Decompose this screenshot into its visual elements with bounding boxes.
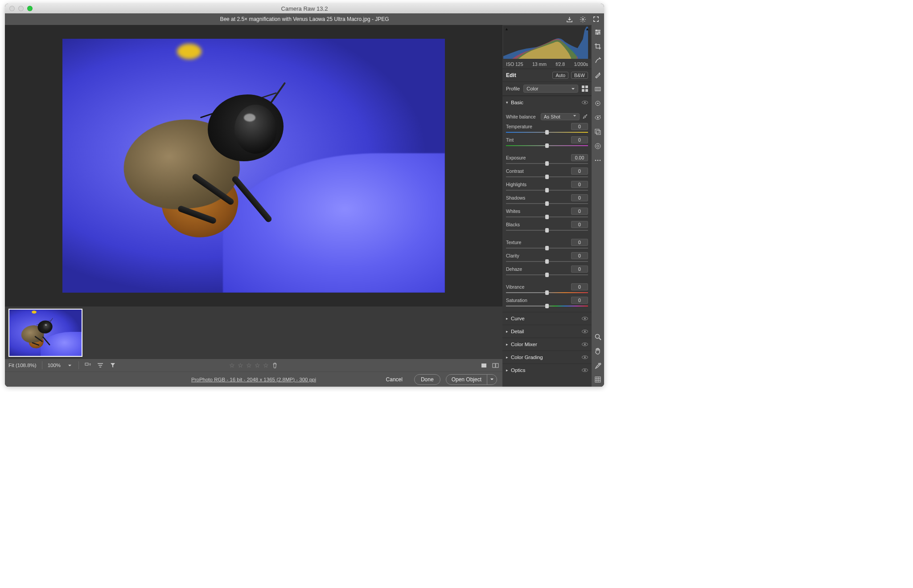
texture-slider[interactable] [506, 247, 588, 249]
dehaze-value[interactable]: 0 [571, 265, 588, 273]
star-icon[interactable]: ☆ [229, 362, 235, 369]
funnel-icon[interactable] [109, 362, 116, 369]
star-icon[interactable]: ☆ [263, 362, 269, 369]
tint-slider[interactable] [506, 144, 588, 147]
vibrance-value[interactable]: 0 [571, 283, 588, 290]
window-title: Camera Raw 13.2 [5, 5, 604, 12]
trash-icon[interactable] [271, 362, 279, 369]
shadows-slider[interactable] [506, 202, 588, 205]
minimize-window-button[interactable] [18, 6, 24, 11]
gear-icon[interactable] [579, 16, 586, 23]
whites-value[interactable]: 0 [571, 208, 588, 215]
exposure-slider[interactable] [506, 162, 588, 165]
healing-brush-icon[interactable] [593, 56, 602, 65]
filmstrip-thumbnail[interactable] [8, 309, 82, 357]
eye-icon[interactable] [582, 368, 588, 372]
chevron-down-icon[interactable] [66, 362, 73, 369]
tint-label: Tint [506, 137, 538, 143]
whites-slider[interactable] [506, 216, 588, 218]
tint-value[interactable]: 0 [571, 136, 588, 143]
linear-gradient-icon[interactable] [593, 85, 602, 94]
view-compare-icon[interactable] [492, 362, 499, 369]
divider [78, 361, 79, 369]
section-basic-header[interactable]: ▾ Basic [502, 96, 592, 109]
contrast-slider[interactable] [506, 176, 588, 178]
crop-icon[interactable] [593, 42, 602, 51]
histogram[interactable]: ▲ ▲ [503, 26, 591, 59]
wb-select[interactable]: As Shot [541, 113, 580, 120]
view-single-icon[interactable] [480, 362, 487, 369]
contrast-value[interactable]: 0 [571, 167, 588, 175]
texture-value[interactable]: 0 [571, 239, 588, 246]
eye-icon[interactable] [582, 317, 588, 320]
section-colormixer-header[interactable]: ▸Color Mixer [502, 338, 592, 351]
highlight-clip-icon[interactable]: ▲ [585, 27, 589, 31]
more-icon[interactable] [593, 156, 602, 165]
saturation-value[interactable]: 0 [571, 297, 588, 304]
chevron-right-icon: ▸ [506, 355, 508, 359]
exposure-value[interactable]: 0.00 [571, 154, 588, 161]
color-sampler-icon[interactable] [593, 361, 602, 370]
section-detail-header[interactable]: ▸Detail [502, 325, 592, 338]
svg-rect-22 [595, 377, 600, 382]
svg-point-20 [600, 160, 601, 161]
blacks-slider[interactable] [506, 229, 588, 232]
canvas[interactable] [5, 25, 502, 306]
temperature-value[interactable]: 0 [571, 123, 588, 130]
shadows-value[interactable]: 0 [571, 194, 588, 201]
edit-sliders-icon[interactable] [593, 28, 602, 37]
auto-button[interactable]: Auto [552, 72, 568, 79]
eye-icon[interactable] [582, 330, 588, 333]
dehaze-slider[interactable] [506, 274, 588, 276]
clarity-value[interactable]: 0 [571, 252, 588, 259]
highlights-label: Highlights [506, 182, 538, 187]
filmstrip [5, 306, 502, 359]
sort-icon[interactable] [84, 362, 91, 369]
section-optics-header[interactable]: ▸Optics [502, 363, 592, 376]
zoom-window-button[interactable] [27, 6, 33, 11]
workflow-options-link[interactable]: ProPhoto RGB - 16 bit - 2048 x 1365 (2.8… [191, 377, 316, 382]
temperature-slider[interactable] [506, 131, 588, 134]
hand-icon[interactable] [593, 347, 602, 355]
svg-point-16 [595, 143, 600, 149]
vibrance-label: Vibrance [506, 284, 538, 290]
section-optics-label: Optics [511, 368, 579, 373]
star-icon[interactable]: ☆ [238, 362, 243, 369]
star-icon[interactable]: ☆ [246, 362, 252, 369]
section-curve-header[interactable]: ▸Curve [502, 312, 592, 325]
zoom-value[interactable]: 100% [48, 363, 61, 368]
filter-lines-icon[interactable] [97, 362, 104, 369]
eye-icon[interactable] [582, 101, 588, 104]
eyedropper-icon[interactable] [582, 114, 588, 120]
svg-point-6 [598, 31, 600, 33]
bw-button[interactable]: B&W [571, 72, 588, 79]
blacks-value[interactable]: 0 [571, 221, 588, 228]
redeye-icon[interactable] [593, 113, 602, 122]
profile-browser-icon[interactable] [582, 86, 588, 92]
brush-icon[interactable] [593, 70, 602, 79]
texture-label: Texture [506, 240, 538, 245]
section-colorgrading-header[interactable]: ▸Color Grading [502, 351, 592, 363]
close-window-button[interactable] [9, 6, 15, 11]
fullscreen-icon[interactable] [592, 16, 600, 23]
shadow-clip-icon[interactable]: ▲ [505, 27, 509, 31]
snapshots-icon[interactable] [593, 127, 602, 136]
highlights-value[interactable]: 0 [571, 181, 588, 188]
fit-zoom-label[interactable]: Fit (108.8%) [8, 363, 37, 368]
save-icon[interactable] [566, 16, 573, 23]
radial-gradient-icon[interactable] [593, 99, 602, 108]
presets-icon[interactable] [593, 142, 602, 151]
edit-header: Edit Auto B&W [502, 69, 592, 82]
grid-icon[interactable] [593, 375, 602, 384]
eye-icon[interactable] [582, 355, 588, 359]
highlights-slider[interactable] [506, 189, 588, 192]
right-sidebar: ▲ ▲ ISO 125 13 mm f/2.8 1/200s [502, 25, 604, 387]
svg-point-21 [596, 335, 600, 339]
saturation-slider[interactable] [506, 305, 588, 307]
clarity-slider[interactable] [506, 260, 588, 263]
eye-icon[interactable] [582, 343, 588, 346]
profile-select[interactable]: Color [523, 85, 578, 93]
vibrance-slider[interactable] [506, 291, 588, 294]
zoom-icon[interactable] [593, 332, 602, 341]
star-icon[interactable]: ☆ [255, 362, 260, 369]
